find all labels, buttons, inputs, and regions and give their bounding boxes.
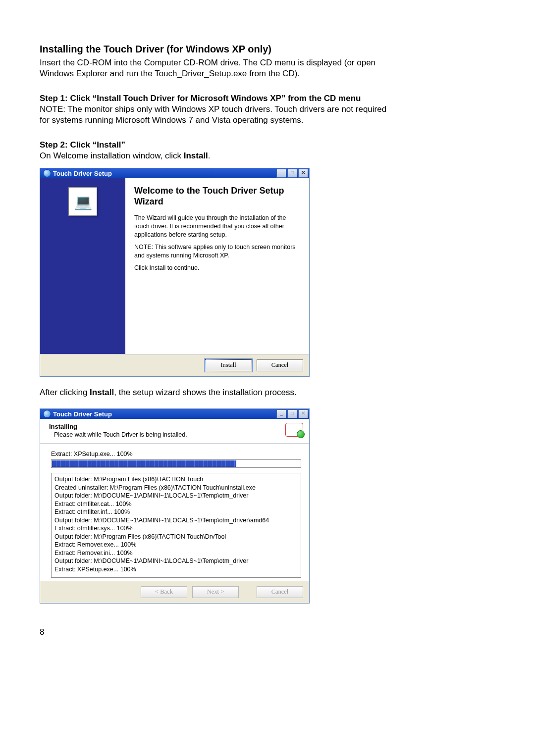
progress-bar-fill	[52, 460, 236, 467]
page-heading: Installing the Touch Driver (for Windows…	[40, 44, 495, 55]
wizard-sidebar: 💻	[40, 178, 125, 354]
wizard-para-1: The Wizard will guide you through the in…	[134, 214, 301, 239]
window-title: Touch Driver Setup	[53, 410, 112, 418]
log-line: Extract: XPSetup.exe... 100%	[54, 565, 298, 574]
app-icon	[43, 410, 51, 418]
wizard-button-row: Install Cancel	[40, 354, 309, 376]
installing-subtext: Please wait while Touch Driver is being …	[54, 431, 285, 438]
install-log: Output folder: M:\Program Files (x86)\TA…	[51, 473, 301, 578]
log-line: Extract: Remover.exe... 100%	[54, 541, 298, 549]
wizard-button-row: < Back Next > Cancel	[40, 581, 309, 603]
wizard-heading: Welcome to the Touch Driver Setup Wizard	[134, 185, 301, 207]
log-line: Extract: otmfilter.inf... 100%	[54, 508, 298, 516]
step1-note-2: for systems running Microsoft Windows 7 …	[40, 115, 495, 125]
page-number: 8	[40, 627, 495, 637]
close-button[interactable]: ✕	[298, 169, 308, 178]
after-text-bold: Install	[90, 388, 114, 397]
log-line: Extract: Remover.ini... 100%	[54, 549, 298, 557]
log-line: Extract: otmfilter.cat... 100%	[54, 500, 298, 508]
intro-line-2: Windows Explorer and run the Touch_Drive…	[40, 69, 495, 79]
after-text-c: , the setup wizard shows the installatio…	[114, 388, 297, 397]
after-text-a: After clicking	[40, 388, 90, 397]
installing-heading: Installing	[49, 423, 285, 430]
window-title: Touch Driver Setup	[53, 170, 112, 177]
wizard-para-2: NOTE: This software applies only to touc…	[134, 243, 301, 260]
log-line: Output folder: M:\Program Files (x86)\TA…	[54, 533, 298, 541]
extract-status-line: Extract: XPSetup.exe... 100%	[51, 451, 301, 457]
titlebar[interactable]: Touch Driver Setup _ □ ✕	[40, 409, 309, 419]
log-line: Created uninstaller: M:\Program Files (x…	[54, 484, 298, 492]
minimize-button[interactable]: _	[276, 169, 286, 178]
step2-text-bold: Install	[184, 151, 208, 160]
intro-line-1: Insert the CD-ROM into the Computer CD-R…	[40, 58, 495, 68]
wizard-hero-icon: 💻	[68, 187, 97, 216]
cancel-button: Cancel	[257, 586, 303, 598]
close-button: ✕	[298, 409, 308, 418]
installer-badge-icon	[285, 423, 303, 437]
after-install-text: After clicking Install, the setup wizard…	[40, 388, 495, 398]
log-line: Extract: otmfilter.sys... 100%	[54, 524, 298, 533]
step2-text: On Welcome installation window, click In…	[40, 151, 495, 161]
step2-text-a: On Welcome installation window, click	[40, 151, 184, 160]
welcome-wizard-window: Touch Driver Setup _ □ ✕ 💻 Welcome to th…	[40, 168, 310, 377]
back-button: < Back	[141, 586, 187, 598]
maximize-button: □	[287, 409, 297, 418]
step1-note-1: NOTE: The monitor ships only with Window…	[40, 104, 495, 114]
step1-title: Step 1: Click “Install Touch Driver for …	[40, 94, 495, 103]
app-icon	[43, 169, 51, 177]
minimize-button[interactable]: _	[276, 409, 286, 418]
step2-title: Step 2: Click “Install”	[40, 140, 495, 150]
titlebar[interactable]: Touch Driver Setup _ □ ✕	[40, 168, 309, 178]
maximize-button: □	[287, 169, 297, 178]
step2-text-c: .	[208, 151, 211, 160]
installing-window: Touch Driver Setup _ □ ✕ Installing Plea…	[40, 408, 310, 604]
log-line: Output folder: M:\DOCUME~1\ADMINI~1\LOCA…	[54, 516, 298, 525]
log-line: Output folder: M:\DOCUME~1\ADMINI~1\LOCA…	[54, 492, 298, 500]
log-line: Output folder: M:\Program Files (x86)\TA…	[54, 475, 298, 484]
cancel-button[interactable]: Cancel	[257, 359, 303, 371]
install-button[interactable]: Install	[205, 359, 252, 371]
wizard-para-3: Click Install to continue.	[134, 264, 301, 272]
log-line: Output folder: M:\DOCUME~1\ADMINI~1\LOCA…	[54, 557, 298, 565]
progress-bar	[51, 459, 301, 468]
next-button: Next >	[192, 586, 239, 598]
